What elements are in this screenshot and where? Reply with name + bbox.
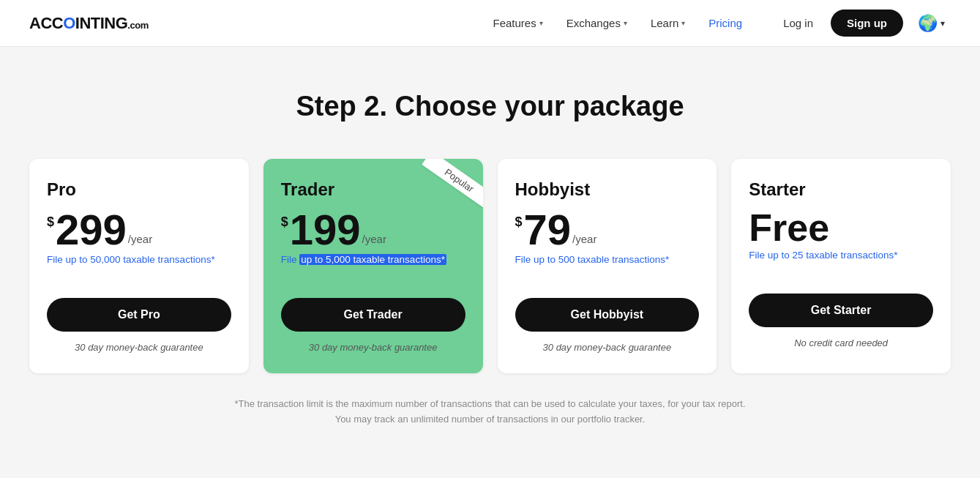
nav-actions: Log in Sign up 🌍 ▾ (774, 10, 951, 37)
logo-text: ACCOINTING.com (29, 14, 149, 33)
guarantee-text: No credit card needed (749, 337, 933, 348)
logo[interactable]: ACCOINTING.com (29, 14, 149, 33)
price-amount: 299 (56, 209, 127, 251)
signup-button[interactable]: Sign up (831, 10, 903, 37)
price-currency: $ (281, 214, 288, 230)
guarantee-text: 30 day money-back guarantee (47, 342, 231, 353)
plan-name: Hobbyist (515, 179, 700, 200)
nav-learn-label: Learn (651, 17, 678, 29)
globe-icon: 🌍 (918, 14, 938, 33)
price-row: $ 299 /year (47, 209, 231, 251)
price-period: /year (572, 233, 596, 245)
price-amount: 79 (524, 209, 572, 251)
footnote: *The transaction limit is the maximum nu… (234, 397, 747, 427)
price-amount: 199 (290, 209, 361, 251)
price-row: Free (749, 209, 933, 247)
price-currency: $ (47, 214, 54, 230)
plan-description: File up to 25 taxable transactions* (749, 250, 933, 276)
plan-name: Trader (281, 179, 465, 200)
nav-pricing[interactable]: Pricing (700, 11, 751, 35)
price-currency: $ (515, 214, 523, 230)
get-starter-button[interactable]: Get Starter (749, 294, 933, 327)
get-trader-button[interactable]: Get Trader (281, 298, 465, 332)
nav-pricing-label: Pricing (708, 17, 742, 29)
price-period: /year (128, 233, 152, 245)
chevron-down-icon: ▾ (539, 19, 543, 27)
plan-card-trader: Popular Trader $ 199 /year File up to 5,… (263, 159, 483, 373)
plan-card-pro: Pro $ 299 /year File up to 50,000 taxabl… (29, 159, 249, 373)
nav-links: Features ▾ Exchanges ▾ Learn ▾ Pricing (484, 11, 751, 35)
nav-features[interactable]: Features ▾ (484, 11, 551, 35)
chevron-down-icon: ▾ (940, 18, 945, 29)
language-selector[interactable]: 🌍 ▾ (912, 11, 951, 36)
price-free: Free (749, 209, 829, 247)
chevron-down-icon: ▾ (624, 19, 627, 27)
guarantee-text: 30 day money-back guarantee (515, 342, 700, 353)
price-period: /year (362, 233, 386, 245)
nav-learn[interactable]: Learn ▾ (642, 11, 694, 35)
pricing-grid: Pro $ 299 /year File up to 50,000 taxabl… (29, 159, 951, 373)
page-title: Step 2. Choose your package (29, 91, 951, 122)
price-row: $ 79 /year (515, 209, 700, 251)
nav-exchanges-label: Exchanges (566, 17, 621, 29)
plan-card-hobbyist: Hobbyist $ 79 /year File up to 500 taxab… (498, 159, 717, 373)
description-prefix: File (281, 254, 300, 265)
login-button[interactable]: Log in (774, 11, 822, 35)
plan-name: Pro (47, 179, 231, 200)
plan-description: File up to 500 taxable transactions* (515, 254, 700, 280)
price-row: $ 199 /year (281, 209, 465, 251)
plan-description: File up to 5,000 taxable transactions* (281, 254, 465, 280)
chevron-down-icon: ▾ (681, 19, 685, 27)
description-highlight: up to 5,000 taxable transactions* (299, 254, 446, 265)
nav-exchanges[interactable]: Exchanges ▾ (558, 11, 636, 35)
navbar: ACCOINTING.com Features ▾ Exchanges ▾ Le… (0, 0, 980, 47)
get-pro-button[interactable]: Get Pro (47, 298, 231, 332)
nav-features-label: Features (493, 17, 536, 29)
plan-description: File up to 50,000 taxable transactions* (47, 254, 231, 280)
get-hobbyist-button[interactable]: Get Hobbyist (515, 298, 700, 332)
main-content: Step 2. Choose your package Pro $ 299 /y… (0, 47, 980, 457)
guarantee-text: 30 day money-back guarantee (281, 342, 465, 353)
plan-card-starter: Starter Free File up to 25 taxable trans… (731, 159, 951, 373)
plan-name: Starter (749, 179, 933, 200)
